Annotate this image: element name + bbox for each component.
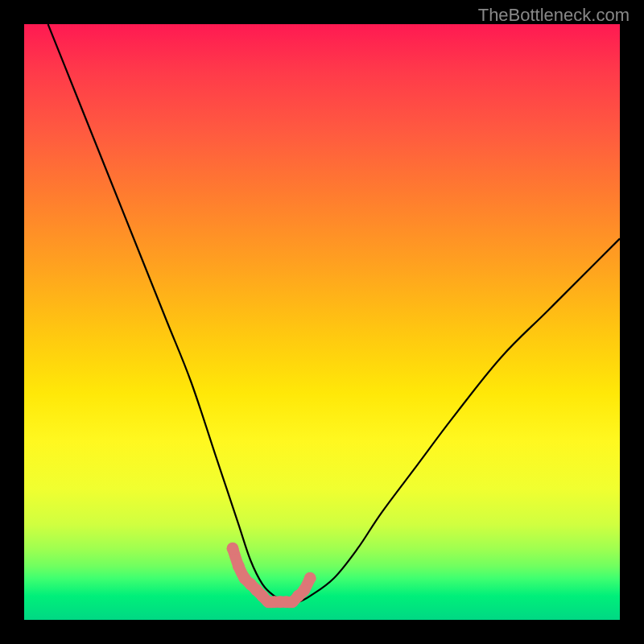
chart-background-gradient [24, 24, 620, 620]
watermark-text: TheBottleneck.com [478, 5, 630, 26]
chart-plot-area [24, 24, 620, 620]
